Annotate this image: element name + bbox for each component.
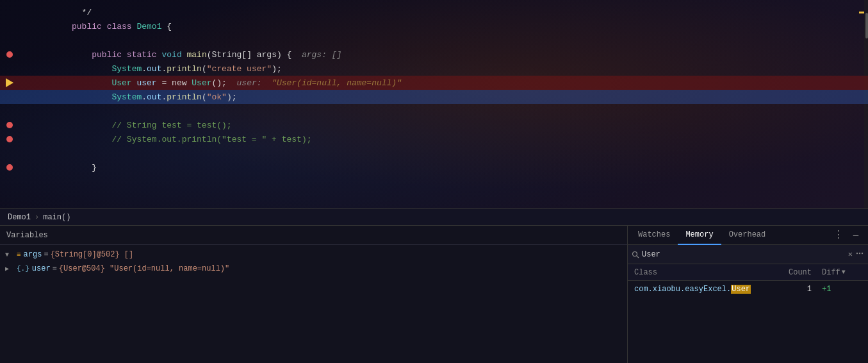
svg-point-0 bbox=[633, 251, 637, 256]
breakpoint-icon[interactable] bbox=[5, 121, 14, 130]
var-value: {User@504} "User(id=null, name=null)" bbox=[59, 264, 229, 273]
variable-row[interactable]: ▼ ≡ args = {String[0]@502} [] bbox=[0, 248, 627, 262]
code-line: } bbox=[0, 160, 868, 174]
expand-toggle[interactable]: ▶ bbox=[5, 265, 14, 273]
svg-point-4 bbox=[862, 252, 863, 253]
gutter bbox=[0, 163, 19, 172]
var-name: user bbox=[32, 264, 51, 273]
code-line: // System.out.println("test = " + test); bbox=[0, 132, 868, 146]
app-container: */ public class Demo1 { bbox=[0, 0, 868, 363]
var-equals: = bbox=[53, 264, 57, 273]
tab-overhead[interactable]: Overhead bbox=[721, 226, 774, 245]
expand-toggle[interactable]: ▼ bbox=[5, 251, 14, 258]
var-name: args bbox=[24, 250, 42, 259]
memory-table-header: Class Count Diff ▼ bbox=[628, 264, 868, 281]
watches-section: Watches Memory Overhead ⋮ — bbox=[628, 226, 868, 363]
code-lines-container: */ public class Demo1 { bbox=[0, 0, 868, 174]
code-content[interactable]: } bbox=[19, 153, 868, 182]
tab-watches[interactable]: Watches bbox=[630, 226, 678, 245]
memory-row-count: 1 bbox=[766, 285, 817, 294]
gutter bbox=[0, 78, 19, 87]
breadcrumb-method[interactable]: main() bbox=[43, 213, 70, 222]
search-bar: ✕ bbox=[628, 245, 868, 264]
memory-row-class: com.xiaobu.easyExcel.User bbox=[628, 285, 766, 294]
debug-arrow-icon bbox=[5, 78, 14, 87]
breakpoint-icon[interactable] bbox=[5, 50, 14, 59]
settings-icon[interactable] bbox=[855, 249, 864, 258]
var-value: {String[0]@502} [] bbox=[51, 250, 134, 259]
breadcrumb: Demo1 › main() bbox=[0, 208, 868, 225]
gutter bbox=[0, 121, 19, 130]
memory-row-diff: +1 bbox=[817, 285, 868, 294]
breakpoint-icon[interactable] bbox=[5, 163, 14, 172]
variable-row[interactable]: ▶ {.} user = {User@504} "User(id=null, n… bbox=[0, 262, 627, 276]
var-equals: = bbox=[44, 250, 48, 259]
variables-section: Variables ▼ ≡ args = {String[0]@502} [] … bbox=[0, 226, 628, 363]
class-highlight: User bbox=[731, 285, 751, 294]
col-diff-header[interactable]: Diff ▼ bbox=[817, 268, 868, 277]
code-line: public class Demo1 { bbox=[0, 19, 868, 33]
breakpoint-icon[interactable] bbox=[5, 135, 14, 144]
memory-search-input[interactable] bbox=[642, 250, 846, 259]
more-options-icon[interactable]: ⋮ bbox=[831, 228, 846, 242]
tabs-bar: Watches Memory Overhead ⋮ — bbox=[628, 226, 868, 245]
variables-title: Variables bbox=[0, 226, 627, 245]
code-editor: */ public class Demo1 { bbox=[0, 0, 868, 208]
search-icon bbox=[632, 251, 639, 258]
bottom-panel: Variables ▼ ≡ args = {String[0]@502} [] … bbox=[0, 225, 868, 363]
col-count-header[interactable]: Count bbox=[766, 268, 817, 277]
svg-point-2 bbox=[856, 252, 858, 253]
breadcrumb-separator: › bbox=[35, 213, 39, 222]
tab-memory[interactable]: Memory bbox=[678, 226, 721, 245]
memory-table-row[interactable]: com.xiaobu.easyExcel.User 1 +1 bbox=[628, 281, 868, 298]
svg-line-1 bbox=[637, 255, 639, 257]
svg-point-3 bbox=[859, 252, 860, 253]
close-panel-icon[interactable]: — bbox=[849, 228, 863, 242]
gutter bbox=[0, 50, 19, 59]
gutter bbox=[0, 135, 19, 144]
code-line-current: System.out.println("ok"); bbox=[0, 90, 868, 104]
class-prefix: com.xiaobu.easyExcel. bbox=[634, 285, 731, 294]
search-clear-icon[interactable]: ✕ bbox=[848, 249, 853, 259]
sort-icon: ▼ bbox=[842, 269, 846, 276]
tabs-actions: ⋮ — bbox=[831, 228, 865, 242]
breadcrumb-file[interactable]: Demo1 bbox=[8, 213, 31, 222]
col-class-header: Class bbox=[628, 268, 766, 277]
more-options-btn[interactable] bbox=[855, 249, 864, 260]
variables-list: ▼ ≡ args = {String[0]@502} [] ▶ {.} user… bbox=[0, 245, 627, 363]
